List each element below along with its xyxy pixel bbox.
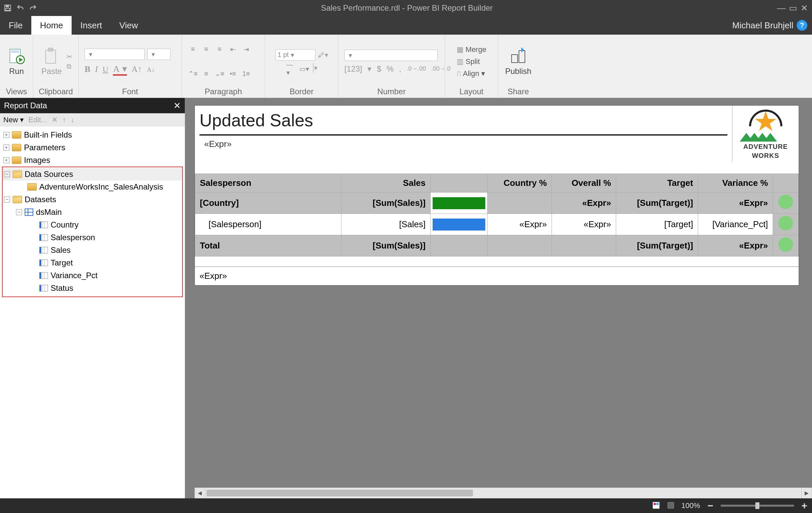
horizontal-scrollbar[interactable]: ◄ ► (195, 488, 812, 498)
maximize-icon[interactable]: ▭ (789, 3, 798, 13)
align-top-icon[interactable]: ⌃≡ (188, 68, 198, 79)
cell[interactable]: «Expr» (698, 193, 773, 214)
cell[interactable] (488, 235, 552, 256)
logo-image[interactable]: ADVENTURE WORKS (732, 106, 799, 162)
paste-button[interactable]: Paste (39, 47, 64, 76)
report-title[interactable]: Updated Sales (200, 109, 727, 134)
decrease-indent-icon[interactable]: ⇤ (228, 44, 238, 54)
placeholder-style-icon[interactable]: [123] (344, 64, 362, 74)
redo-icon[interactable] (28, 3, 38, 13)
cell[interactable] (552, 235, 616, 256)
currency-icon[interactable]: $ (377, 64, 381, 74)
cut-icon[interactable]: ✂ (67, 53, 72, 61)
panel-new-button[interactable]: New ▾ (3, 116, 24, 124)
col-countrypct[interactable]: Country % (488, 174, 552, 193)
tab-insert[interactable]: Insert (71, 16, 111, 35)
border-preset-icon[interactable]: ▾ (313, 64, 317, 74)
panel-close-icon[interactable]: ✕ (174, 101, 181, 111)
panel-delete-icon[interactable]: ✕ (52, 116, 58, 124)
cell[interactable]: [Sum(Target)] (616, 235, 698, 256)
cell[interactable]: [Salesperson] (195, 214, 341, 235)
font-color-button[interactable]: A ▾ (113, 63, 126, 74)
numbering-icon[interactable]: 1≡ (241, 68, 251, 79)
indicator-cell[interactable] (773, 214, 799, 235)
indicator-cell[interactable] (773, 193, 799, 214)
cell[interactable]: «Expr» (698, 235, 773, 256)
grow-font-button[interactable]: A↑ (132, 64, 142, 74)
cell[interactable]: [Sales] (341, 214, 431, 235)
increase-indent-icon[interactable]: ⇥ (241, 44, 251, 54)
cell[interactable]: [Sum(Sales)] (341, 193, 431, 214)
align-right-icon[interactable]: ≡ (214, 44, 225, 54)
scroll-thumb[interactable] (206, 490, 473, 496)
publish-button[interactable]: Publish (505, 47, 531, 76)
split-button[interactable]: ▥ Split (457, 57, 486, 66)
thousands-icon[interactable]: , (399, 64, 401, 74)
font-family-dropdown[interactable]: ▾ (85, 49, 145, 60)
increase-decimal-icon[interactable]: .0→.00 (407, 65, 426, 72)
col-indicator[interactable] (773, 174, 799, 193)
panel-edit-button[interactable]: Edit... (28, 116, 47, 124)
cell[interactable] (430, 235, 487, 256)
align-center-icon[interactable]: ≡ (201, 44, 211, 54)
copy-icon[interactable]: ⧉ (67, 63, 72, 70)
cell[interactable] (488, 193, 552, 214)
databar-cell[interactable] (430, 193, 487, 214)
tab-view[interactable]: View (111, 16, 147, 35)
number-format-dropdown[interactable]: ▾ (344, 50, 438, 61)
subtitle-expr[interactable]: «Expr» (200, 136, 727, 152)
col-variancepct[interactable]: Variance % (698, 174, 773, 193)
undo-icon[interactable] (15, 3, 25, 13)
design-surface[interactable]: Updated Sales «Expr» ADVENTURE WO (185, 98, 812, 498)
databar-cell[interactable] (430, 214, 487, 235)
tab-home[interactable]: Home (31, 16, 71, 35)
help-icon[interactable]: ? (797, 20, 807, 31)
report-canvas[interactable]: Updated Sales «Expr» ADVENTURE WO (195, 105, 799, 285)
align-middle-icon[interactable]: ≡ (201, 68, 211, 79)
cell[interactable]: «Expr» (552, 214, 616, 235)
align-bottom-icon[interactable]: ⌄≡ (214, 68, 225, 79)
merge-button[interactable]: ▦ Merge (457, 45, 486, 54)
preview-view-icon[interactable] (667, 501, 675, 510)
tree-images[interactable]: +Images (2, 154, 183, 167)
tablix[interactable]: Salesperson Sales Country % Overall % Ta… (195, 174, 799, 256)
bullets-icon[interactable]: •≡ (228, 68, 238, 79)
border-style-icon[interactable]: —▾ (286, 64, 296, 74)
minimize-icon[interactable]: — (777, 3, 786, 13)
cell[interactable]: [Target] (616, 214, 698, 235)
tree-datasources[interactable]: −Data Sources (3, 168, 182, 180)
cell[interactable]: [Country] (195, 193, 341, 214)
border-color-icon[interactable]: 🖉▾ (318, 51, 328, 59)
col-databar[interactable] (430, 174, 487, 193)
zoom-slider[interactable] (721, 505, 794, 507)
tree-field[interactable]: Country (3, 219, 182, 231)
cell[interactable]: «Expr» (488, 214, 552, 235)
align-button[interactable]: ⎍ Align ▾ (457, 69, 486, 78)
tree-field[interactable]: Variance_Pct (3, 269, 182, 282)
tree-dsmain[interactable]: −dsMain (3, 206, 182, 219)
cell[interactable]: Total (195, 235, 341, 256)
col-salesperson[interactable]: Salesperson (195, 174, 341, 193)
underline-button[interactable]: U (103, 65, 108, 74)
border-width-dropdown[interactable]: 1 pt▾ (276, 49, 315, 61)
cell[interactable]: [Variance_Pct] (698, 214, 773, 235)
tab-file[interactable]: File (0, 16, 31, 35)
cell[interactable]: [Sum(Target)] (616, 193, 698, 214)
close-window-icon[interactable]: ✕ (801, 3, 808, 13)
tree-field[interactable]: Status (3, 282, 182, 294)
tree-field[interactable]: Salesperson (3, 231, 182, 244)
cell[interactable]: «Expr» (552, 193, 616, 214)
fill-color-icon[interactable]: ▭▾ (299, 64, 310, 74)
design-view-icon[interactable] (652, 501, 661, 510)
run-button[interactable]: Run (6, 47, 27, 76)
col-target[interactable]: Target (616, 174, 698, 193)
zoom-out-button[interactable]: − (706, 500, 715, 511)
tree-datasets[interactable]: −Datasets (3, 193, 182, 206)
align-left-icon[interactable]: ≡ (188, 44, 198, 54)
cell[interactable]: [Sum(Sales)] (341, 235, 431, 256)
font-size-dropdown[interactable]: ▾ (147, 49, 171, 60)
bold-button[interactable]: B (85, 64, 90, 74)
save-icon[interactable] (3, 3, 13, 13)
scroll-left-icon[interactable]: ◄ (195, 488, 205, 498)
tree-field[interactable]: Sales (3, 244, 182, 256)
